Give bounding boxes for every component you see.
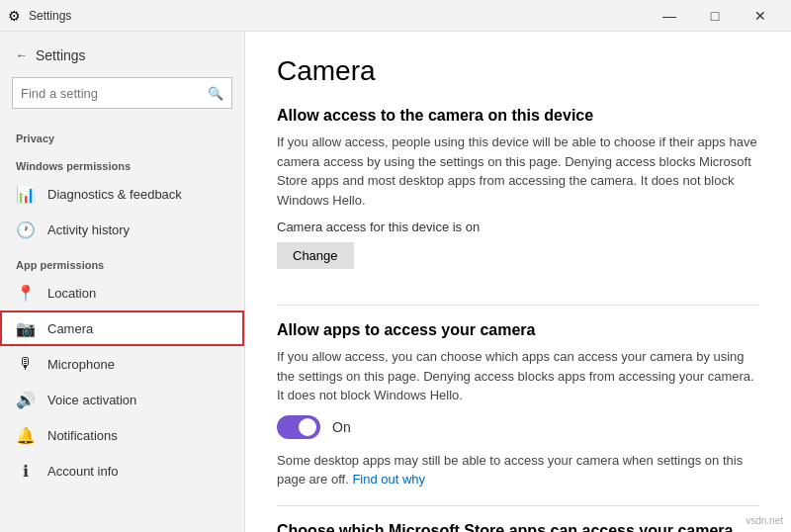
back-arrow-icon: ← <box>16 48 28 62</box>
desktop-apps-note: Some desktop apps may still be able to a… <box>277 451 759 489</box>
find-out-why-link[interactable]: Find out why <box>352 472 425 487</box>
camera-icon: 📷 <box>16 319 36 338</box>
search-icon: 🔍 <box>208 86 223 101</box>
app-permissions-label: App permissions <box>0 247 244 275</box>
camera-access-status: Camera access for this device is on <box>277 220 759 234</box>
diagnostics-label: Diagnostics & feedback <box>47 187 182 202</box>
maximize-button[interactable]: □ <box>692 0 738 32</box>
settings-icon: ⚙ <box>8 8 21 24</box>
change-button[interactable]: Change <box>277 242 354 269</box>
sidebar-item-camera[interactable]: 📷 Camera <box>0 310 244 346</box>
activity-icon: 🕐 <box>16 221 36 239</box>
sidebar-back-button[interactable]: ← Settings <box>0 40 244 71</box>
sidebar: ← Settings 🔍 Privacy Windows permissions… <box>0 32 245 532</box>
sidebar-item-voice-activation[interactable]: 🔊 Voice activation <box>0 382 244 417</box>
location-icon: 📍 <box>16 284 36 303</box>
windows-permissions-label: Windows permissions <box>0 148 244 176</box>
notifications-label: Notifications <box>47 428 118 443</box>
sidebar-item-microphone[interactable]: 🎙 Microphone <box>0 346 244 382</box>
title-bar: ⚙ Settings — □ ✕ <box>0 0 791 32</box>
notifications-icon: 🔔 <box>16 426 36 445</box>
sidebar-item-location[interactable]: 📍 Location <box>0 275 244 310</box>
diagnostics-icon: 📊 <box>16 185 36 204</box>
page-title: Camera <box>277 55 759 87</box>
location-label: Location <box>47 286 96 301</box>
section2-desc: If you allow access, you can choose whic… <box>277 347 759 405</box>
account-info-label: Account info <box>47 464 119 479</box>
app-container: ← Settings 🔍 Privacy Windows permissions… <box>0 32 791 532</box>
sidebar-item-activity-history[interactable]: 🕐 Activity history <box>0 212 244 247</box>
main-content: Camera Allow access to the camera on thi… <box>245 32 791 532</box>
section3-title: Choose which Microsoft Store apps can ac… <box>277 522 759 533</box>
sidebar-back-label: Settings <box>36 47 86 63</box>
divider2 <box>277 505 759 506</box>
voice-icon: 🔊 <box>16 391 36 409</box>
section1-title: Allow access to the camera on this devic… <box>277 107 759 125</box>
microphone-label: Microphone <box>47 357 115 372</box>
sidebar-item-diagnostics[interactable]: 📊 Diagnostics & feedback <box>0 176 244 212</box>
camera-toggle[interactable] <box>277 415 320 439</box>
divider1 <box>277 305 759 306</box>
sidebar-item-account-info[interactable]: ℹ Account info <box>0 453 244 488</box>
title-bar-title: Settings <box>29 9 71 23</box>
search-box[interactable]: 🔍 <box>12 77 232 109</box>
note-text: Some desktop apps may still be able to a… <box>277 453 743 488</box>
search-input[interactable] <box>21 86 208 101</box>
sidebar-item-notifications[interactable]: 🔔 Notifications <box>0 417 244 453</box>
title-bar-controls: — □ ✕ <box>647 0 783 32</box>
minimize-button[interactable]: — <box>647 0 692 32</box>
title-bar-left: ⚙ Settings <box>8 8 71 24</box>
section2-title: Allow apps to access your camera <box>277 321 759 339</box>
privacy-section-label: Privacy <box>0 121 244 148</box>
account-info-icon: ℹ <box>16 462 36 481</box>
activity-label: Activity history <box>47 222 130 237</box>
microphone-icon: 🎙 <box>16 355 36 373</box>
voice-label: Voice activation <box>47 393 136 407</box>
toggle-thumb <box>299 418 316 436</box>
camera-label: Camera <box>47 321 93 336</box>
watermark: vsdn.net <box>746 515 783 526</box>
close-button[interactable]: ✕ <box>738 0 783 32</box>
section1-desc: If you allow access, people using this d… <box>277 133 759 210</box>
toggle-label: On <box>332 419 351 435</box>
toggle-row: On <box>277 415 759 439</box>
